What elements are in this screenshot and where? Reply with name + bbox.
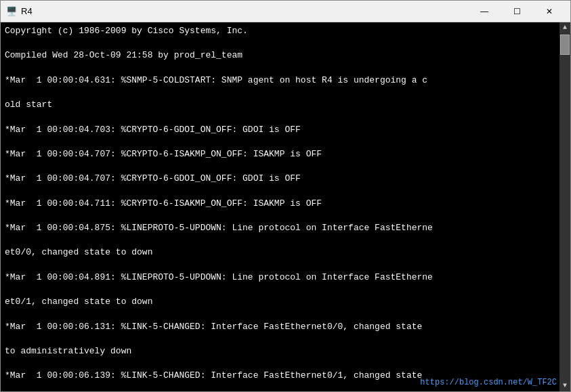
terminal-line: Compiled Wed 28-Oct-09 21:58 by prod_rel… [5,49,566,62]
terminal-line: *Mar 1 00:00:04.875: %LINEPROTO-5-UPDOWN… [5,222,566,234]
watermark: https://blog.csdn.net/W_TF2C [420,378,557,387]
maximize-button[interactable]: ☐ [501,1,532,22]
close-button[interactable]: ✕ [534,1,565,22]
scrollbar[interactable]: ▲ ▼ [559,22,570,391]
terminal-line: to administratively down [5,345,566,357]
terminal-line: *Mar 1 00:00:06.131: %LINK-5-CHANGED: In… [5,321,566,333]
scrollbar-thumb[interactable] [560,35,570,55]
terminal-line: et0/0, changed state to down [5,246,566,259]
window-title: R4 [21,6,465,16]
terminal-line: *Mar 1 00:00:04.707: %CRYPTO-6-ISAKMP_ON… [5,148,566,160]
main-window: 🖥️ R4 — ☐ ✕ Copyright (c) 1986-2009 by C… [0,0,571,392]
scroll-up-arrow[interactable]: ▲ [559,22,570,33]
terminal-line: *Mar 1 00:00:04.703: %CRYPTO-6-GDOI_ON_O… [5,124,566,136]
terminal-output: Copyright (c) 1986-2009 by Cisco Systems… [5,25,566,391]
terminal-line: old start [5,99,566,111]
terminal-line: Copyright (c) 1986-2009 by Cisco Systems… [5,25,566,37]
terminal-area[interactable]: Copyright (c) 1986-2009 by Cisco Systems… [1,22,570,391]
window-controls: — ☐ ✕ [469,1,565,22]
title-bar: 🖥️ R4 — ☐ ✕ [1,1,570,22]
terminal-line: *Mar 1 00:00:04.707: %CRYPTO-6-GDOI_ON_O… [5,173,566,185]
terminal-line: *Mar 1 00:00:04.631: %SNMP-5-COLDSTART: … [5,74,566,87]
minimize-button[interactable]: — [469,1,500,22]
terminal-line: *Mar 1 00:00:04.711: %CRYPTO-6-ISAKMP_ON… [5,198,566,210]
scroll-down-arrow[interactable]: ▼ [559,380,570,391]
terminal-line: *Mar 1 00:00:04.891: %LINEPROTO-5-UPDOWN… [5,271,566,284]
terminal-line: et0/1, changed state to down [5,296,566,308]
window-icon: 🖥️ [6,6,17,17]
